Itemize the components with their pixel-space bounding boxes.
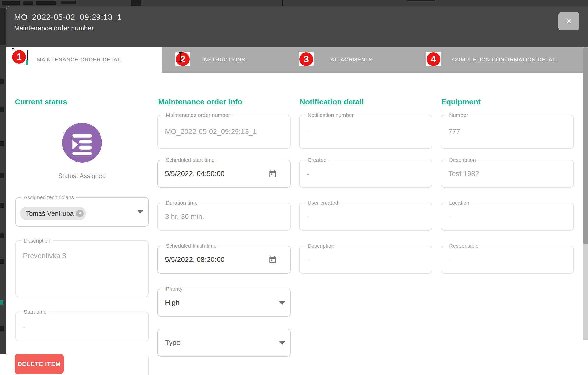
- som-badge-1: 1: [12, 49, 27, 64]
- tab-icon-fragment: [27, 50, 28, 62]
- close-icon: ✕: [566, 17, 572, 25]
- description-field: Description Preventivka 3: [15, 240, 149, 297]
- technician-chip[interactable]: Tomáš Ventruba ✕: [20, 207, 86, 220]
- type-select[interactable]: Type: [157, 329, 291, 357]
- field-label: Description: [447, 157, 478, 163]
- text-cursor-icon: [178, 51, 183, 63]
- section-heading-notification-detail: Notification detail: [300, 98, 364, 106]
- calendar-icon[interactable]: [268, 169, 277, 179]
- field-value: -: [307, 128, 309, 136]
- field-label: Assigned technicians: [21, 194, 76, 200]
- field-label: Scheduled start time: [163, 157, 217, 163]
- chip-remove-icon[interactable]: ✕: [76, 210, 84, 217]
- backdrop-fragment: [407, 0, 435, 1]
- start-time-field: Start time -: [15, 312, 149, 341]
- field-label: Scheduled finish time: [163, 243, 219, 249]
- backdrop-fragment: [0, 79, 4, 84]
- backdrop-fragment: [61, 1, 76, 4]
- maintenance-order-modal: MO_2022-05-02_09:29:13_1 Maintenance ord…: [6, 6, 588, 375]
- modal-subtitle: Maintenance order number: [14, 24, 94, 32]
- field-value: -: [448, 256, 451, 264]
- backdrop-fragment: [2, 1, 20, 5]
- tab-label: MAINTENANCE ORDER DETAIL: [37, 57, 122, 63]
- close-button[interactable]: ✕: [558, 12, 579, 30]
- modal-header: MO_2022-05-02_09:29:13_1 Maintenance ord…: [6, 6, 588, 47]
- field-value: -: [23, 323, 25, 331]
- backdrop-fragment: [23, 1, 33, 5]
- tab-instructions[interactable]: 2 INSTRUCTIONS: [162, 47, 295, 73]
- tab-icon-fragment: [26, 60, 28, 65]
- location-field: Location -: [441, 203, 574, 231]
- backdrop-bottom: [0, 354, 6, 375]
- field-value: Preventivka 3: [23, 252, 66, 260]
- backdrop-fragment: [0, 259, 4, 264]
- field-label: Type: [165, 339, 181, 347]
- field-value: High: [165, 299, 180, 307]
- tab-label: ATTACHMENTS: [330, 57, 373, 63]
- maintenance-order-number-field: Maintenance order number MO_2022-05-02_0…: [157, 115, 291, 149]
- field-label: Notification number: [305, 112, 356, 118]
- section-heading-equipment: Equipment: [441, 98, 481, 106]
- field-label: Created: [305, 157, 329, 163]
- field-value: -: [448, 212, 451, 221]
- delete-item-button[interactable]: DELETE ITEM: [15, 354, 64, 374]
- modal-title: MO_2022-05-02_09:29:13_1: [14, 12, 122, 22]
- som-badge-3: 3: [299, 52, 314, 66]
- field-value: MO_2022-05-02_09:29:13_1: [165, 128, 257, 136]
- backdrop-fragment: [0, 141, 4, 146]
- som-badge-4: 4: [426, 52, 441, 66]
- tab-label: COMPLETION CONFIRMATION DETAIL: [452, 57, 557, 63]
- notification-number-field: Notification number -: [299, 115, 432, 149]
- field-label: Description: [21, 238, 53, 244]
- duration-time-field: Duration time 3 hr. 30 min.: [157, 203, 291, 231]
- backdrop-fragment: [0, 107, 4, 112]
- backdrop-fragment: [0, 173, 4, 178]
- section-heading-maintenance-order-info: Maintenance order info: [158, 98, 242, 106]
- status-icon: [62, 123, 102, 163]
- field-label: Description: [305, 243, 337, 249]
- created-field: Created -: [299, 160, 432, 188]
- tab-maintenance-order-detail[interactable]: 1 MAINTENANCE ORDER DETAIL: [6, 47, 162, 73]
- field-label: User created: [305, 200, 340, 206]
- field-label: Start time: [21, 309, 49, 315]
- user-created-field: User created -: [299, 203, 432, 231]
- field-value: Test 1982: [448, 170, 479, 178]
- backdrop-fragment: [36, 1, 56, 5]
- equipment-description-field: Description Test 1982: [441, 160, 574, 188]
- field-label: Priority: [163, 286, 185, 292]
- field-value: -: [307, 256, 309, 264]
- equipment-number-field: Number 777: [441, 115, 574, 149]
- field-label: Number: [447, 112, 470, 118]
- scheduled-finish-time-field[interactable]: Scheduled finish time 5/5/2022, 08:20:00: [157, 246, 291, 274]
- field-label: Responsible: [447, 243, 481, 249]
- field-label: Location: [447, 200, 471, 206]
- backdrop-fragment: [0, 326, 4, 331]
- field-value: -: [307, 170, 309, 178]
- field-value: 5/5/2022, 04:50:00: [165, 170, 225, 178]
- chevron-down-icon: [279, 341, 285, 345]
- backdrop-fragment: [0, 300, 3, 305]
- backdrop-fragment: [282, 0, 283, 6]
- tab-label: INSTRUCTIONS: [202, 57, 246, 63]
- assignment-list-icon: [62, 123, 102, 163]
- chevron-down-icon: [279, 301, 285, 305]
- field-value: 777: [448, 128, 460, 136]
- calendar-icon[interactable]: [268, 255, 277, 264]
- tab-bar: 1 MAINTENANCE ORDER DETAIL 2 INSTRUCTION…: [6, 47, 588, 73]
- field-value: -: [307, 212, 309, 221]
- technician-chip-label: Tomáš Ventruba: [26, 210, 74, 217]
- notification-description-field: Description -: [299, 246, 432, 274]
- section-heading-current-status: Current status: [15, 98, 67, 106]
- priority-select[interactable]: Priority High: [157, 289, 291, 317]
- scheduled-start-time-field[interactable]: Scheduled start time 5/5/2022, 04:50:00: [157, 160, 291, 188]
- backdrop-fragment: [0, 233, 4, 238]
- field-value: 3 hr. 30 min.: [165, 212, 204, 221]
- scrollbar-thumb[interactable]: [583, 47, 588, 244]
- tab-attachments[interactable]: 3 ATTACHMENTS: [295, 47, 417, 73]
- backdrop-fragment: [0, 8, 6, 45]
- field-label: Duration time: [163, 200, 200, 206]
- backdrop-fragment: [131, 0, 141, 6]
- tab-completion-confirmation-detail[interactable]: 4 COMPLETION CONFIRMATION DETAIL: [417, 47, 588, 73]
- field-value: 5/5/2022, 08:20:00: [165, 256, 225, 264]
- status-text: Status: Assigned: [15, 172, 149, 180]
